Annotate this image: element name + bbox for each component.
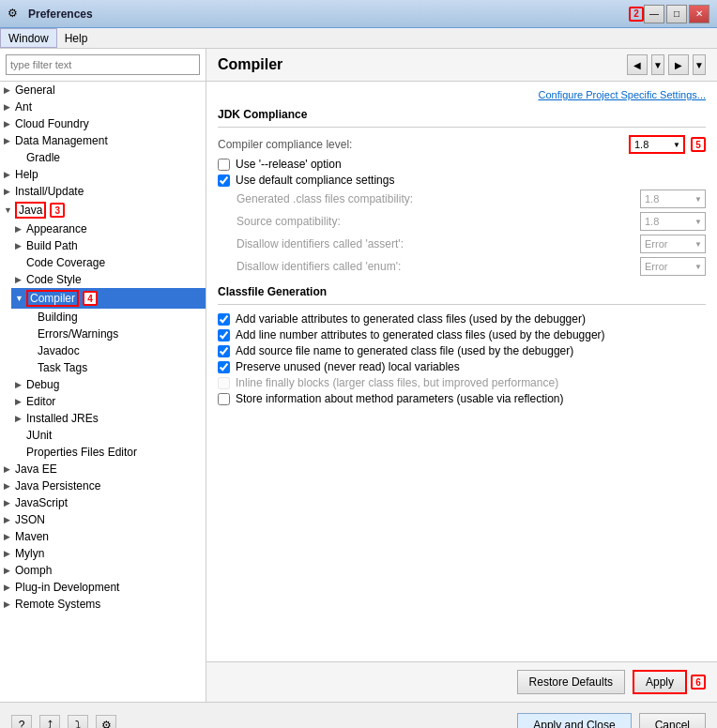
use-default-compliance-checkbox[interactable] <box>218 174 230 187</box>
line-number-attrs-checkbox[interactable] <box>218 329 230 341</box>
sidebar-item-data-management[interactable]: ▶ Data Management <box>0 132 206 149</box>
disallow-assert-label: Disallow identifiers called 'assert': <box>236 237 640 250</box>
sidebar-item-general[interactable]: ▶ General <box>0 82 206 99</box>
sidebar-item-label: JavaScript <box>15 496 68 509</box>
source-compat-row: Source compatibility: 1.8 <box>236 212 706 231</box>
expand-arrow: ▶ <box>4 549 15 558</box>
sidebar-item-task-tags[interactable]: Task Tags <box>23 359 206 376</box>
sidebar-item-junit[interactable]: JUnit <box>11 427 206 444</box>
expand-arrow: ▶ <box>4 532 15 541</box>
preserve-unused-checkbox[interactable] <box>218 361 230 373</box>
sidebar-item-json[interactable]: ▶ JSON <box>0 511 206 528</box>
preferences-icon: ⚙ <box>8 7 23 22</box>
generated-class-select[interactable]: 1.8 <box>640 190 706 208</box>
variable-attrs-checkbox[interactable] <box>218 313 230 326</box>
sidebar-item-installed-jres[interactable]: ▶ Installed JREs <box>11 410 206 427</box>
back-button[interactable]: ◀ <box>627 54 648 75</box>
sidebar-item-help[interactable]: ▶ Help <box>0 166 206 183</box>
sidebar-item-gradle[interactable]: Gradle <box>11 149 206 166</box>
tree-container[interactable]: ▶ General ▶ Ant ▶ Cloud Foundry ▶ Data M… <box>0 82 206 702</box>
disallow-assert-select[interactable]: Error <box>640 235 706 253</box>
sidebar-item-label: Install/Update <box>15 185 84 198</box>
sidebar-item-label: Debug <box>26 378 59 391</box>
apply-close-button[interactable]: Apply and Close <box>517 713 631 729</box>
sidebar-item-appearance[interactable]: ▶ Appearance <box>11 220 206 237</box>
content-body: Configure Project Specific Settings... J… <box>206 82 717 661</box>
compliance-level-select[interactable]: 1.8 <box>629 135 685 154</box>
inline-finally-checkbox[interactable] <box>218 377 230 389</box>
apply-button[interactable]: Apply <box>633 670 687 694</box>
help-icon[interactable]: ? <box>11 715 32 729</box>
restore-defaults-button[interactable]: Restore Defaults <box>517 670 625 694</box>
sidebar-item-mylyn[interactable]: ▶ Mylyn <box>0 545 206 562</box>
source-compat-select[interactable]: 1.8 <box>640 212 706 231</box>
sidebar-item-cloud-foundry[interactable]: ▶ Cloud Foundry <box>0 115 206 132</box>
search-input[interactable] <box>6 54 200 75</box>
sidebar-item-debug[interactable]: ▶ Debug <box>11 376 206 393</box>
sidebar-item-java-persistence[interactable]: ▶ Java Persistence <box>0 478 206 494</box>
sidebar-item-plugin-development[interactable]: ▶ Plug-in Development <box>0 579 206 596</box>
sidebar-item-label: Data Management <box>15 134 108 147</box>
back-dropdown[interactable]: ▼ <box>651 54 664 75</box>
use-release-checkbox[interactable] <box>218 159 230 171</box>
sidebar-item-compiler[interactable]: ▼ Compiler 4 <box>11 288 206 309</box>
compliance-level-label: Compiler compliance level: <box>218 138 629 151</box>
sidebar-item-errors-warnings[interactable]: Errors/Warnings <box>23 326 206 342</box>
check-variable-attrs: Add variable attributes to generated cla… <box>218 312 706 326</box>
sidebar-item-editor[interactable]: ▶ Editor <box>11 393 206 410</box>
jdk-section-title: JDK Compliance <box>218 108 706 121</box>
export-icon[interactable]: ⤴ <box>39 715 60 729</box>
use-release-label: Use '--release' option <box>236 158 342 171</box>
sidebar-item-javadoc[interactable]: Javadoc <box>23 342 206 359</box>
window-menu[interactable]: Window <box>0 28 57 48</box>
sidebar-item-code-style[interactable]: ▶ Code Style <box>11 271 206 288</box>
check-preserve-unused: Preserve unused (never read) local varia… <box>218 360 706 373</box>
forward-dropdown[interactable]: ▼ <box>693 54 706 75</box>
sidebar-item-java[interactable]: ▼ Java 3 <box>0 200 206 220</box>
sidebar-item-building[interactable]: Building <box>23 309 206 326</box>
sidebar-item-remote-systems[interactable]: ▶ Remote Systems <box>0 596 206 613</box>
compliance-level-row: Compiler compliance level: 1.8 5 <box>218 135 706 154</box>
sidebar-item-ant[interactable]: ▶ Ant <box>0 99 206 115</box>
sidebar-item-build-path[interactable]: ▶ Build Path <box>11 237 206 254</box>
sidebar-item-label: Errors/Warnings <box>38 327 118 341</box>
sidebar-item-install-update[interactable]: ▶ Install/Update <box>0 183 206 200</box>
sidebar-item-label: Gradle <box>26 151 60 164</box>
minimize-button[interactable]: — <box>644 5 664 23</box>
close-button[interactable]: ✕ <box>689 5 709 23</box>
sidebar-item-label: JUnit <box>26 429 52 442</box>
sidebar-item-oomph[interactable]: ▶ Oomph <box>0 562 206 579</box>
expand-arrow: ▶ <box>4 515 15 524</box>
sidebar-item-label: Cloud Foundry <box>15 117 89 130</box>
footer: ? ⤴ ⤵ ⚙ Apply and Close Cancel <box>0 702 717 728</box>
bottom-bar: Restore Defaults Apply 6 <box>206 661 717 702</box>
use-default-compliance-label: Use default compliance settings <box>236 174 394 187</box>
sidebar-item-javascript[interactable]: ▶ JavaScript <box>0 494 206 511</box>
import-icon[interactable]: ⤵ <box>68 715 88 729</box>
variable-attrs-label: Add variable attributes to generated cla… <box>236 312 586 326</box>
expand-arrow: ▶ <box>4 85 15 95</box>
expand-arrow: ▶ <box>15 224 26 234</box>
expand-arrow: ▶ <box>4 464 15 474</box>
sidebar-item-properties-files-editor[interactable]: Properties Files Editor <box>11 444 206 461</box>
cancel-button[interactable]: Cancel <box>639 713 706 729</box>
disallow-enum-select[interactable]: Error <box>640 257 706 276</box>
disallow-enum-row: Disallow identifiers called 'enum': Erro… <box>236 257 706 276</box>
sidebar-item-label: Building <box>38 311 78 324</box>
settings-icon[interactable]: ⚙ <box>96 715 116 729</box>
help-menu[interactable]: Help <box>57 28 96 48</box>
check-line-number-attrs: Add line number attributes to generated … <box>218 328 706 341</box>
sidebar-item-java-ee[interactable]: ▶ Java EE <box>0 461 206 478</box>
maximize-button[interactable]: □ <box>666 5 687 23</box>
forward-button[interactable]: ▶ <box>668 54 689 75</box>
source-file-name-checkbox[interactable] <box>218 345 230 357</box>
content-header: Compiler ◀ ▼ ▶ ▼ <box>206 49 717 82</box>
expand-arrow: ▶ <box>15 380 26 389</box>
store-method-params-checkbox[interactable] <box>218 393 230 405</box>
sidebar-item-code-coverage[interactable]: Code Coverage <box>11 254 206 271</box>
configure-project-settings-link[interactable]: Configure Project Specific Settings... <box>218 89 706 100</box>
expand-arrow: ▶ <box>4 187 15 196</box>
sidebar-item-maven[interactable]: ▶ Maven <box>0 528 206 545</box>
section-divider <box>218 127 706 128</box>
nav-arrows: ◀ ▼ ▶ ▼ <box>627 54 706 75</box>
